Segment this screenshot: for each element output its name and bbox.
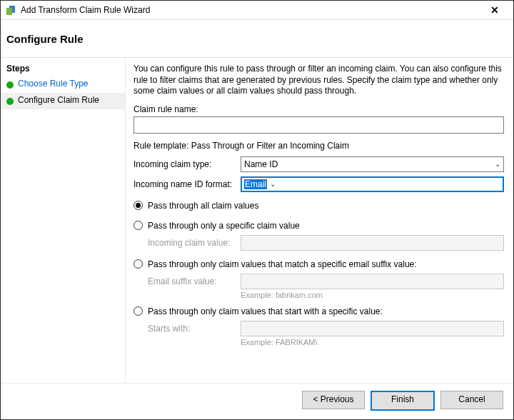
email-suffix-value-input (241, 274, 504, 289)
email-suffix-hint: Example: fabrikam.com (148, 291, 504, 299)
filter-options-group: Pass through all claim values Pass throu… (133, 201, 504, 346)
radio-specific-claim-value[interactable]: Pass through only a specific claim value (133, 221, 504, 231)
radio-label: Pass through only a specific claim value (148, 221, 300, 231)
cancel-button[interactable]: Cancel (440, 391, 503, 409)
main-panel: You can configure this rule to pass thro… (126, 58, 513, 383)
finish-button[interactable]: Finish (371, 391, 435, 411)
incoming-claim-type-row: Incoming claim type: Name ID ⌄ (133, 156, 504, 172)
radio-label: Pass through all claim values (148, 201, 258, 211)
rule-template-label: Rule template: Pass Through or Filter an… (133, 141, 504, 151)
email-suffix-value-row: Email suffix value: (148, 274, 504, 289)
incoming-claim-value-row: Incoming claim value: (148, 235, 504, 251)
close-icon[interactable]: ✕ (480, 4, 509, 16)
radio-label: Pass through only claim values that matc… (148, 259, 417, 269)
starts-with-label: Starts with: (148, 324, 241, 334)
steps-sidebar: Steps Choose Rule Type Configure Claim R… (1, 58, 126, 383)
incoming-name-id-format-value: Email (244, 179, 267, 189)
previous-button[interactable]: < Previous (302, 391, 365, 409)
steps-heading: Steps (1, 62, 125, 76)
claim-rule-name-input[interactable] (133, 116, 504, 134)
radio-icon (133, 259, 143, 269)
radio-icon (133, 306, 143, 316)
step-bullet-icon (6, 98, 14, 105)
page-header: Configure Rule (1, 20, 513, 58)
incoming-name-id-format-row: Incoming name ID format: Email ⌄ (133, 176, 504, 192)
incoming-claim-type-combobox[interactable]: Name ID ⌄ (241, 156, 504, 172)
starts-with-hint: Example: FABRIKAM\ (148, 338, 504, 346)
svg-rect-1 (6, 8, 12, 15)
incoming-name-id-format-combobox[interactable]: Email ⌄ (241, 176, 504, 192)
intro-text: You can configure this rule to pass thro… (133, 64, 504, 97)
step-label: Choose Rule Type (18, 79, 89, 89)
wizard-window: Add Transform Claim Rule Wizard ✕ Config… (0, 0, 514, 420)
step-label: Configure Claim Rule (18, 95, 99, 105)
app-icon (5, 4, 16, 16)
radio-icon (133, 201, 143, 210)
claim-rule-name-label: Claim rule name: (133, 104, 504, 114)
radio-pass-through-all[interactable]: Pass through all claim values (133, 201, 504, 211)
incoming-claim-type-label: Incoming claim type: (133, 159, 241, 169)
step-configure-claim-rule[interactable]: Configure Claim Rule (1, 93, 125, 109)
chevron-down-icon: ⌄ (270, 180, 276, 188)
radio-email-suffix[interactable]: Pass through only claim values that matc… (133, 259, 504, 269)
page-title: Configure Rule (6, 33, 84, 45)
window-title: Add Transform Claim Rule Wizard (21, 5, 480, 15)
titlebar: Add Transform Claim Rule Wizard ✕ (1, 1, 513, 20)
step-choose-rule-type[interactable]: Choose Rule Type (1, 76, 125, 93)
incoming-claim-value-label: Incoming claim value: (148, 238, 241, 248)
step-bullet-icon (6, 81, 14, 89)
starts-with-row: Starts with: (148, 321, 504, 336)
email-suffix-value-label: Email suffix value: (148, 276, 241, 286)
incoming-claim-value-input (241, 235, 504, 251)
radio-icon (133, 221, 143, 230)
radio-label: Pass through only claim values that star… (148, 306, 383, 316)
incoming-claim-type-value: Name ID (244, 159, 492, 169)
incoming-name-id-format-label: Incoming name ID format: (133, 179, 241, 189)
chevron-down-icon: ⌄ (495, 160, 500, 168)
radio-starts-with[interactable]: Pass through only claim values that star… (133, 306, 504, 316)
wizard-footer: < Previous Finish Cancel (1, 383, 513, 419)
starts-with-input (241, 321, 504, 336)
wizard-body: Steps Choose Rule Type Configure Claim R… (1, 58, 513, 383)
